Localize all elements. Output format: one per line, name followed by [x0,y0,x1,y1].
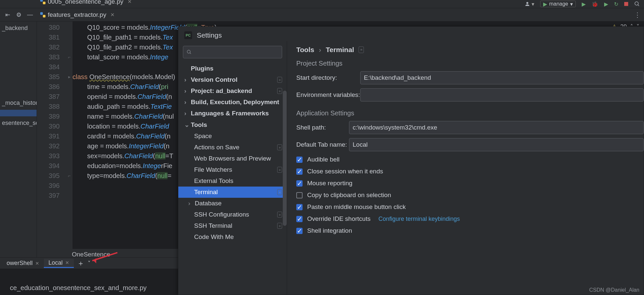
terminal-line: ce_education_onesentence_sex_and_more.py [10,284,147,291]
caret-down-icon: ▾ [570,1,573,7]
user-caret: ▾ [532,1,534,7]
checkbox-label: Copy to clipboard on selection [307,192,391,199]
start-directory-label: Start directory: [296,74,360,81]
checkbox-row[interactable]: ✓Shell integration [296,227,644,234]
coverage-icon[interactable]: ▶ [604,1,608,7]
tree-vcs[interactable]: ›Version Control▫ [178,74,287,85]
run-icon[interactable]: ▶ [582,1,586,7]
tree-item[interactable]: Actions on Save▫ [178,142,287,153]
editor-tab[interactable]: 0005_onesentence_age.py✕ [36,0,136,8]
user-menu[interactable]: ▾ [524,1,534,7]
checkbox-label: Override IDE shortcuts [307,215,370,222]
tree-tools[interactable]: ⌄Tools [178,119,287,131]
profile-icon[interactable]: ↻ [614,1,618,7]
terminal-dropdown-icon[interactable]: ˅ [88,260,91,267]
checkbox-row[interactable]: ✓Mouse reporting [296,180,644,187]
terminal-tab-active[interactable]: Local ✕ [44,259,74,268]
more-tabs-icon[interactable]: ⋮ [634,11,641,19]
watermark: CSDN @Daniel_Alan [589,287,639,293]
run-config-name: manage [549,1,568,7]
svg-line-2 [638,5,639,6]
start-directory-input[interactable] [360,71,644,84]
run-actions: ▶ 🐞 ▶ ↻ [582,1,640,7]
checkbox-row[interactable]: ✓Paste on middle mouse button click [296,203,644,211]
gear-icon[interactable]: ⚙ [13,11,24,18]
close-icon[interactable]: ✕ [65,260,69,265]
tree-project[interactable]: ›Project: ad_backend▫ [178,85,287,97]
tree-item[interactable]: SSH Configurations▫ [178,209,287,220]
tree-plugins[interactable]: Plugins [178,63,287,74]
breadcrumb-item[interactable]: Terminal [326,46,354,54]
shell-path-label: Shell path: [296,124,349,131]
checkbox[interactable]: ✓ [296,228,303,234]
editor-tabs: ⇤ ⚙ — models.py✕0005_onesentence_age.py✕… [0,8,644,21]
checkbox[interactable]: ✓ [296,157,303,163]
settings-dialog: Settings Plugins ›Version Control▫ ›Proj… [178,26,644,295]
shell-path-row: Shell path: [296,121,644,134]
shell-path-input[interactable] [349,121,644,134]
svg-point-1 [635,2,638,5]
svg-point-3 [187,50,190,53]
editor-breadcrumb[interactable]: OneSentence [70,251,110,258]
project-file[interactable]: esentence_sex [0,116,37,130]
search-icon[interactable] [634,1,640,7]
tree-lang[interactable]: ›Languages & Frameworks [178,108,287,119]
tree-item[interactable]: ›Database [178,198,287,209]
svg-line-4 [190,53,191,54]
checkbox-label: Paste on middle mouse button click [307,203,406,211]
tree-item[interactable]: Code With Me [178,231,287,243]
env-vars-input[interactable] [360,88,644,102]
close-icon[interactable]: ✕ [35,261,39,266]
settings-search-input[interactable] [194,49,278,55]
python-file-icon [40,0,45,4]
checkbox-row[interactable]: Copy to clipboard on selection [296,192,644,199]
tree-item[interactable]: Space [178,131,287,142]
debug-icon[interactable]: 🐞 [592,1,598,7]
toolbar-select-icon[interactable]: ⇤ [2,11,13,18]
svg-point-0 [526,2,528,4]
project-file[interactable]: _moca_history_ [0,96,37,110]
close-icon[interactable]: ✕ [110,12,115,18]
tree-item[interactable]: Terminal▫ [178,187,287,198]
close-icon[interactable]: ✕ [128,0,132,5]
checkbox-label: Shell integration [307,227,352,234]
collapse-icon[interactable]: — [24,11,36,18]
settings-search[interactable] [183,46,282,58]
tree-item[interactable]: File Watchers▫ [178,164,287,175]
checkbox-row[interactable]: ✓Audible bell [296,156,644,163]
checkbox[interactable]: ✓ [296,168,303,175]
project-sidebar: _backend _moca_history_ esentence_sex [0,21,37,295]
terminal-tab[interactable]: owerShell ✕ [2,259,44,267]
checkbox-row[interactable]: ✓Close session when it ends [296,168,644,175]
checkbox-row[interactable]: ✓Override IDE shortcutsConfigure termina… [296,215,644,222]
add-terminal-icon[interactable]: ＋ [77,258,84,268]
tree-item[interactable]: Web Browsers and Preview [178,153,287,164]
settings-tree[interactable]: Plugins ›Version Control▫ ›Project: ad_b… [178,63,287,295]
tree-item[interactable]: SSH Terminal▫ [178,220,287,231]
checkbox[interactable]: ✓ [296,216,303,222]
config-link[interactable]: Configure terminal keybindings [378,216,460,222]
run-config-selector[interactable]: ▶ manage ▾ [540,1,576,7]
checkbox[interactable]: ✓ [296,180,303,187]
project-root[interactable]: _backend [0,21,37,37]
tree-item[interactable]: External Tools [178,175,287,187]
checkbox[interactable]: ✓ [296,204,303,210]
pycharm-icon [184,31,192,39]
stop-icon[interactable] [624,2,628,6]
settings-tree-panel: Plugins ›Version Control▫ ›Project: ad_b… [178,41,287,295]
default-tab-input[interactable] [349,138,644,151]
checkbox[interactable] [296,192,303,198]
settings-content: Tools › Terminal ▫ Project Settings Star… [287,41,644,295]
fold-gutter[interactable]: ⌐▸⌐ [66,21,73,249]
tree-scrollbar[interactable] [283,91,287,226]
breadcrumb-item[interactable]: Tools [296,46,314,54]
reset-icon[interactable]: ▫ [359,46,364,53]
section-project-settings: Project Settings [296,60,644,67]
play-icon: ▶ [543,1,547,7]
user-icon [524,1,530,7]
env-vars-row: Environment variables: [296,88,644,102]
project-file-selected[interactable] [0,110,37,116]
settings-titlebar: Settings [178,27,644,41]
editor-tab[interactable]: features_extractor.py✕ [36,8,136,21]
tree-build[interactable]: ›Build, Execution, Deployment [178,97,287,108]
